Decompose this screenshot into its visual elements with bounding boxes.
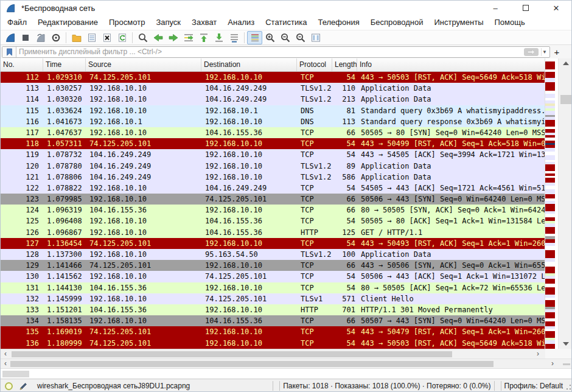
packet-row-113[interactable]: 1131.030257192.168.10.10104.16.249.249TL… — [1, 83, 545, 94]
scroll-left-arrow[interactable]: ‹ — [1, 349, 10, 359]
packet-row-135[interactable]: 1351.16901974.125.205.101192.168.10.10TC… — [1, 326, 545, 337]
packet-row-134[interactable]: 1341.158135192.168.10.10104.16.155.36TCP… — [1, 315, 545, 326]
cell-length: 66 — [332, 194, 357, 205]
packet-row-122[interactable]: 1221.078822192.168.10.10104.16.249.249TC… — [1, 183, 545, 194]
colorize-packets-button[interactable] — [247, 31, 262, 44]
packet-row-116[interactable]: 1161.041673192.168.10.1192.168.10.10DNS1… — [1, 116, 545, 127]
title-bar: *Беспроводная сеть – ✕ — [1, 1, 571, 15]
scroll-down-arrow[interactable] — [559, 339, 572, 349]
zoom-out-button[interactable] — [277, 31, 293, 44]
minimap-stripe — [545, 189, 555, 194]
resize-grip[interactable] — [565, 382, 571, 390]
column-header-row: No.TimeSourceDestinationProtocolLengthIn… — [1, 58, 545, 72]
packet-row-131[interactable]: 1311.144130104.16.155.36192.168.10.10TCP… — [1, 282, 545, 293]
splitter-handle[interactable] — [563, 363, 570, 365]
vertical-scroll-thumb[interactable] — [560, 95, 571, 104]
minimap[interactable] — [545, 58, 555, 349]
packet-row-118[interactable]: 1181.05731174.125.205.101192.168.10.10TC… — [1, 138, 545, 149]
find-packet-button[interactable] — [135, 31, 150, 44]
vertical-scrollbar[interactable] — [558, 58, 572, 349]
restart-capture-button[interactable] — [33, 31, 48, 44]
hscroll-thumb[interactable] — [12, 351, 452, 357]
menu-item-8[interactable]: Беспроводной — [365, 15, 429, 30]
menu-item-7[interactable]: Телефония — [312, 15, 364, 30]
cell-source: 192.168.10.10 — [86, 194, 201, 205]
packet-row-126[interactable]: 1261.096867192.168.10.10104.16.155.36HTT… — [1, 227, 545, 238]
reload-file-button[interactable] — [114, 31, 130, 44]
menu-item-1[interactable]: Редактирование — [32, 15, 103, 30]
packet-row-119[interactable]: 1191.078732104.16.249.249192.168.10.10TC… — [1, 149, 545, 160]
packet-row-124[interactable]: 1241.096319104.16.155.36192.168.10.10TCP… — [1, 205, 545, 215]
packet-row-121[interactable]: 1211.078806104.16.249.249192.168.10.10TL… — [1, 172, 545, 183]
go-to-bottom-button[interactable] — [211, 31, 226, 44]
packet-row-130[interactable]: 1301.141562192.168.10.1074.125.205.101TC… — [1, 271, 545, 282]
scroll-left-arrow[interactable]: ‹ — [1, 359, 10, 369]
profile-label[interactable]: Профиль: Default — [504, 382, 563, 390]
column-header-length[interactable]: Length — [332, 58, 357, 71]
capture-filename[interactable]: wireshark_Беспроводная сетьJ89DU1.pcapng — [37, 382, 190, 390]
packet-row-123[interactable]: 1231.079985192.168.10.1074.125.205.101TC… — [1, 194, 545, 205]
cell-no: 116 — [1, 116, 43, 127]
go-to-top-button[interactable] — [196, 31, 211, 44]
add-filter-button[interactable]: + — [550, 47, 563, 57]
display-filter-input[interactable] — [16, 47, 524, 56]
go-to-packet-button[interactable] — [181, 31, 196, 44]
packet-row-133[interactable]: 1331.151201104.16.155.36192.168.10.10HTT… — [1, 304, 545, 315]
capture-options-button[interactable] — [48, 31, 63, 44]
filter-dropdown-caret[interactable]: ▼ — [541, 48, 549, 56]
column-header-info[interactable]: Info — [357, 58, 545, 71]
cell-time: 1.078806 — [43, 172, 86, 183]
packet-list-hscrollbar[interactable]: ‹ › — [1, 349, 545, 359]
zoom-in-button[interactable] — [262, 31, 277, 44]
scroll-right-arrow[interactable]: › — [533, 349, 543, 359]
packet-row-117[interactable]: 1171.047637192.168.10.10104.16.155.36TCP… — [1, 127, 545, 138]
packet-row-128[interactable]: 1281.137300192.168.10.1095.163.54.50TLSv… — [1, 249, 545, 260]
scroll-up-arrow[interactable] — [559, 58, 572, 68]
save-file-button[interactable] — [84, 31, 99, 44]
column-header-time[interactable]: Time — [43, 58, 86, 71]
menu-item-3[interactable]: Запуск — [150, 15, 186, 30]
auto-scroll-button[interactable] — [226, 31, 242, 44]
column-header-destination[interactable]: Destination — [201, 58, 297, 71]
menu-item-6[interactable]: Статистика — [260, 15, 312, 30]
cell-protocol: TLSv1.2 — [297, 172, 332, 183]
menu-item-4[interactable]: Захват — [186, 15, 222, 30]
packet-row-129[interactable]: 1291.14146674.125.205.101192.168.10.10TC… — [1, 260, 545, 271]
close-button[interactable]: ✕ — [541, 1, 571, 15]
go-back-button[interactable] — [150, 31, 166, 44]
hscroll-thumb[interactable] — [10, 361, 494, 367]
packet-row-120[interactable]: 1201.078780104.16.249.249192.168.10.10TL… — [1, 161, 545, 172]
capture-comment-icon[interactable] — [19, 382, 28, 391]
menu-item-2[interactable]: Просмотр — [103, 15, 150, 30]
packet-row-125[interactable]: 1251.096408192.168.10.10104.16.155.36TCP… — [1, 215, 545, 226]
resize-columns-button[interactable] — [308, 31, 323, 44]
minimap-stripe — [545, 164, 555, 171]
scroll-right-arrow[interactable]: › — [548, 359, 557, 369]
zoom-original-button[interactable] — [293, 31, 308, 44]
lower-hscrollbar[interactable]: ‹ › — [1, 359, 572, 368]
cell-destination: 74.125.205.101 — [201, 194, 297, 205]
packet-row-132[interactable]: 1321.145999192.168.10.1074.125.205.101TL… — [1, 293, 545, 304]
close-file-button[interactable] — [99, 31, 114, 44]
packet-row-115[interactable]: 1151.033624192.168.10.10192.168.10.1DNS8… — [1, 105, 545, 116]
packet-row-112[interactable]: 1121.02931074.125.205.101192.168.10.10TC… — [1, 72, 545, 83]
maximize-button[interactable] — [511, 1, 541, 15]
packet-row-127[interactable]: 1271.13645474.125.205.101192.168.10.10TC… — [1, 238, 545, 249]
column-header-no[interactable]: No. — [1, 58, 43, 71]
apply-filter-button[interactable] — [524, 48, 539, 56]
menu-item-5[interactable]: Анализ — [222, 15, 260, 30]
packet-row-114[interactable]: 1141.030320192.168.10.10104.16.249.249TL… — [1, 94, 545, 105]
expert-info-icon[interactable] — [5, 382, 13, 390]
open-file-button[interactable] — [69, 31, 84, 44]
column-header-protocol[interactable]: Protocol — [297, 58, 332, 71]
stop-capture-button[interactable] — [18, 31, 33, 44]
column-header-source[interactable]: Source — [86, 58, 201, 71]
filter-bookmark-button[interactable] — [2, 47, 16, 57]
minimize-button[interactable]: – — [480, 1, 511, 15]
start-capture-button[interactable] — [2, 31, 18, 44]
packet-row-136[interactable]: 1361.18099974.125.205.101192.168.10.10TC… — [1, 338, 545, 349]
menu-item-0[interactable]: Файл — [2, 15, 32, 30]
menu-item-9[interactable]: Инструменты — [428, 15, 489, 30]
menu-item-10[interactable]: Помощь — [489, 15, 531, 30]
go-forward-button[interactable] — [166, 31, 181, 44]
